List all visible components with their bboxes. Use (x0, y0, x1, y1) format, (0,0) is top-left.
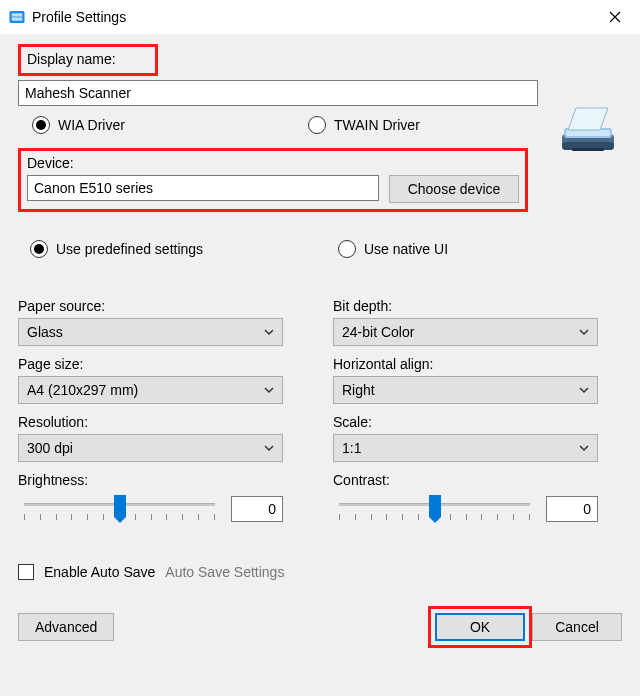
contrast-label: Contrast: (333, 472, 598, 488)
contrast-slider[interactable] (333, 492, 536, 526)
device-label: Device: (27, 155, 519, 171)
choose-device-button[interactable]: Choose device (389, 175, 519, 203)
bit-depth-combo[interactable]: 24-bit Color (333, 318, 598, 346)
ok-button[interactable]: OK (435, 613, 525, 641)
radio-icon (338, 240, 356, 258)
resolution-combo[interactable]: 300 dpi (18, 434, 283, 462)
brightness-value-input[interactable] (231, 496, 283, 522)
page-size-value: A4 (210x297 mm) (27, 382, 138, 398)
chevron-down-icon (264, 385, 274, 395)
predefined-settings-label: Use predefined settings (56, 241, 203, 257)
left-column: Paper source: Glass Page size: A4 (210x2… (18, 298, 283, 536)
predefined-settings-radio[interactable]: Use predefined settings (18, 240, 338, 258)
svg-rect-6 (566, 130, 610, 136)
chevron-down-icon (264, 443, 274, 453)
window-title: Profile Settings (26, 9, 592, 25)
paper-source-value: Glass (27, 324, 63, 340)
resolution-label: Resolution: (18, 414, 283, 430)
native-ui-radio[interactable]: Use native UI (338, 240, 448, 258)
paper-source-combo[interactable]: Glass (18, 318, 283, 346)
profile-settings-window: Profile Settings Display name: (0, 0, 640, 696)
device-input[interactable] (27, 175, 379, 201)
radio-icon (308, 116, 326, 134)
chevron-down-icon (579, 327, 589, 337)
autosave-settings-link[interactable]: Auto Save Settings (165, 564, 284, 580)
twain-driver-label: TWAIN Driver (334, 117, 420, 133)
brightness-slider[interactable] (18, 492, 221, 526)
brightness-label: Brightness: (18, 472, 283, 488)
ok-highlight: OK (428, 606, 532, 648)
app-icon (8, 8, 26, 26)
scale-combo[interactable]: 1:1 (333, 434, 598, 462)
wia-driver-radio[interactable]: WIA Driver (18, 116, 308, 134)
scale-value: 1:1 (342, 440, 361, 456)
right-column: Bit depth: 24-bit Color Horizontal align… (333, 298, 598, 536)
scale-label: Scale: (333, 414, 598, 430)
bit-depth-label: Bit depth: (333, 298, 598, 314)
titlebar: Profile Settings (0, 0, 640, 34)
display-name-group: Display name: (18, 44, 538, 106)
chevron-down-icon (579, 385, 589, 395)
autosave-row: Enable Auto Save Auto Save Settings (18, 564, 622, 580)
chevron-down-icon (264, 327, 274, 337)
page-size-combo[interactable]: A4 (210x297 mm) (18, 376, 283, 404)
paper-source-label: Paper source: (18, 298, 283, 314)
display-name-highlight: Display name: (18, 44, 158, 76)
native-ui-label: Use native UI (364, 241, 448, 257)
horizontal-align-label: Horizontal align: (333, 356, 598, 372)
horizontal-align-combo[interactable]: Right (333, 376, 598, 404)
enable-autosave-label: Enable Auto Save (44, 564, 155, 580)
client-area: Display name: WIA Driver TWAIN (0, 34, 640, 696)
settings-mode-group: Use predefined settings Use native UI (18, 240, 622, 258)
horizontal-align-value: Right (342, 382, 375, 398)
radio-icon (30, 240, 48, 258)
svg-rect-7 (572, 148, 604, 151)
scanner-icon (556, 98, 620, 162)
display-name-input[interactable] (18, 80, 538, 106)
radio-icon (32, 116, 50, 134)
resolution-value: 300 dpi (27, 440, 73, 456)
wia-driver-label: WIA Driver (58, 117, 125, 133)
cancel-button[interactable]: Cancel (532, 613, 622, 641)
twain-driver-radio[interactable]: TWAIN Driver (308, 116, 420, 134)
close-button[interactable] (592, 2, 638, 32)
driver-radio-group: WIA Driver TWAIN Driver (18, 116, 622, 134)
footer: Advanced OK Cancel (18, 606, 622, 648)
settings-grid: Paper source: Glass Page size: A4 (210x2… (18, 298, 622, 536)
contrast-value-input[interactable] (546, 496, 598, 522)
device-highlight: Device: Choose device (18, 148, 528, 212)
page-size-label: Page size: (18, 356, 283, 372)
display-name-label: Display name: (27, 51, 149, 67)
advanced-button[interactable]: Advanced (18, 613, 114, 641)
enable-autosave-checkbox[interactable] (18, 564, 34, 580)
bit-depth-value: 24-bit Color (342, 324, 414, 340)
chevron-down-icon (579, 443, 589, 453)
